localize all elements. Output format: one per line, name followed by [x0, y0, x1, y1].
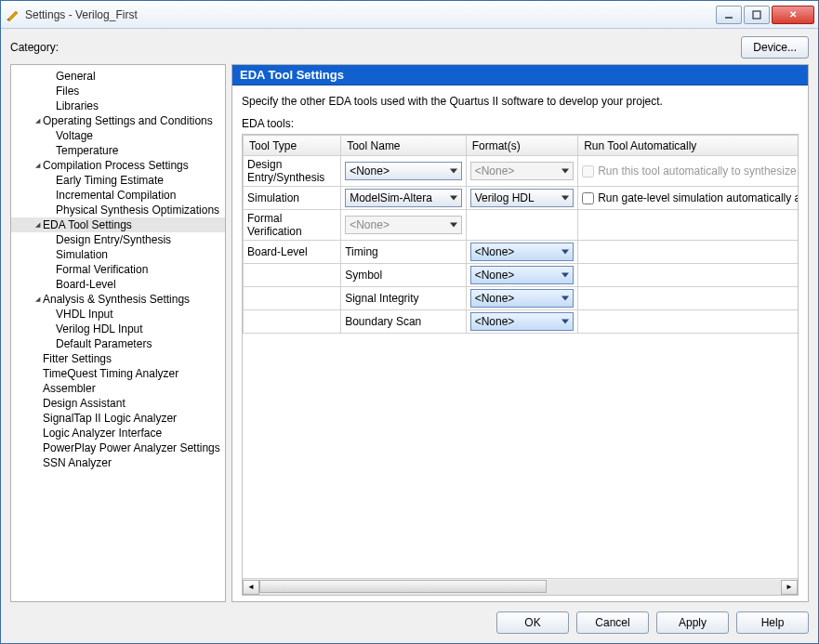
- col-header-run-auto[interactable]: Run Tool Automatically: [578, 136, 798, 156]
- titlebar[interactable]: Settings - Verilog_First: [1, 1, 818, 29]
- panel-body: Specify the other EDA tools used with th…: [232, 85, 808, 601]
- cell-subtype: Signal Integrity: [341, 287, 466, 310]
- tree-item[interactable]: Temperature: [11, 143, 225, 158]
- tree-item[interactable]: Incremental Compilation: [11, 188, 225, 203]
- tree-item[interactable]: Design Entry/Synthesis: [11, 232, 225, 247]
- table-row: Board-Level Timing <None>: [244, 241, 799, 264]
- tree-item[interactable]: ◢EDA Tool Settings: [11, 217, 225, 232]
- tool-name-combo[interactable]: <None>: [345, 162, 461, 180]
- table-row: Signal Integrity <None>: [244, 287, 799, 310]
- cell-tool-type: Formal Verification: [244, 210, 341, 241]
- tree-twisty-icon[interactable]: ◢: [32, 113, 43, 128]
- tree-item[interactable]: Default Parameters: [11, 336, 225, 351]
- col-header-tool-type[interactable]: Tool Type: [244, 136, 341, 156]
- ok-button[interactable]: OK: [496, 611, 569, 634]
- tree-twisty-icon[interactable]: ◢: [32, 217, 43, 232]
- tree-item-label: SSN Analyzer: [43, 455, 112, 470]
- tree-item-label: Formal Verification: [56, 262, 148, 277]
- tree-item[interactable]: TimeQuest Timing Analyzer: [11, 366, 225, 381]
- tree-item-label: Early Timing Estimate: [56, 173, 164, 188]
- tree-item-label: Design Assistant: [43, 396, 125, 411]
- eda-tools-grid: Tool Type Tool Name Format(s) Run Tool A…: [242, 134, 799, 596]
- top-row: Category: Device...: [10, 34, 809, 60]
- maximize-button[interactable]: [744, 6, 770, 24]
- tree-item[interactable]: Logic Analyzer Interface: [11, 426, 225, 440]
- tree-item-label: Verilog HDL Input: [56, 322, 143, 336]
- window-title: Settings - Verilog_First: [25, 8, 716, 21]
- tree-item-label: Files: [56, 84, 79, 99]
- format-combo[interactable]: Verilog HDL: [470, 189, 575, 207]
- svg-rect-1: [753, 11, 760, 19]
- run-auto-checkbox[interactable]: Run gate-level simulation automatically …: [582, 191, 798, 204]
- scroll-right-icon[interactable]: ►: [781, 580, 798, 595]
- tree-item-label: Libraries: [56, 99, 99, 113]
- format-combo[interactable]: <None>: [470, 266, 575, 284]
- col-header-formats[interactable]: Format(s): [466, 136, 578, 156]
- category-label: Category:: [10, 41, 741, 54]
- tree-item[interactable]: VHDL Input: [11, 307, 225, 322]
- cell-tool-type: Design Entry/Synthesis: [244, 156, 341, 187]
- tree-item[interactable]: Simulation: [11, 247, 225, 262]
- tree-item[interactable]: Verilog HDL Input: [11, 322, 225, 336]
- format-combo[interactable]: <None>: [470, 289, 575, 308]
- tree-item[interactable]: ◢Compilation Process Settings: [11, 158, 225, 173]
- tree-item[interactable]: Design Assistant: [11, 396, 225, 411]
- tree-item[interactable]: Physical Synthesis Optimizations: [11, 203, 225, 217]
- eda-tools-label: EDA tools:: [242, 117, 799, 130]
- tree-item-label: Simulation: [56, 247, 108, 262]
- window-body: Category: Device... GeneralFilesLibrarie…: [1, 29, 818, 643]
- cell-tool-type: Simulation: [244, 187, 341, 210]
- cell-tool-type: Board-Level: [244, 241, 341, 264]
- scrollbar-thumb[interactable]: [259, 580, 547, 593]
- tree-item[interactable]: Files: [11, 84, 225, 99]
- window-controls: [716, 6, 814, 24]
- run-auto-checkbox: Run this tool automatically to synthesiz…: [582, 164, 798, 177]
- tree-item-label: TimeQuest Timing Analyzer: [43, 366, 178, 381]
- format-combo: <None>: [470, 162, 575, 180]
- content-area: GeneralFilesLibraries◢Operating Settings…: [10, 64, 809, 602]
- tree-item-label: Board-Level: [56, 277, 116, 292]
- minimize-button[interactable]: [716, 6, 742, 24]
- tool-name-combo: <None>: [345, 216, 461, 234]
- col-header-tool-name[interactable]: Tool Name: [341, 136, 466, 156]
- format-combo[interactable]: <None>: [470, 243, 575, 261]
- tree-twisty-icon[interactable]: ◢: [32, 292, 43, 307]
- tree-item[interactable]: Libraries: [11, 99, 225, 113]
- tree-item[interactable]: Assembler: [11, 381, 225, 396]
- tree-item[interactable]: Board-Level: [11, 277, 225, 292]
- tree-item[interactable]: General: [11, 69, 225, 84]
- horizontal-scrollbar[interactable]: ◄ ►: [243, 578, 798, 595]
- tree-item[interactable]: Formal Verification: [11, 262, 225, 277]
- table-row: Formal Verification <None>: [244, 210, 799, 241]
- close-button[interactable]: [772, 6, 814, 24]
- tree-twisty-icon[interactable]: ◢: [32, 158, 43, 173]
- format-combo[interactable]: <None>: [470, 312, 575, 331]
- cancel-button[interactable]: Cancel: [576, 611, 649, 634]
- help-button[interactable]: Help: [736, 611, 809, 634]
- settings-panel: EDA Tool Settings Specify the other EDA …: [231, 64, 809, 602]
- tree-item-label: Default Parameters: [56, 336, 152, 351]
- tree-item[interactable]: SSN Analyzer: [11, 455, 225, 470]
- tool-name-combo[interactable]: ModelSim-Altera: [345, 189, 461, 207]
- tree-item[interactable]: ◢Operating Settings and Conditions: [11, 113, 225, 128]
- tree-item[interactable]: PowerPlay Power Analyzer Settings: [11, 440, 225, 455]
- tree-item-label: Physical Synthesis Optimizations: [56, 203, 219, 217]
- device-button[interactable]: Device...: [741, 36, 809, 59]
- table-row: Boundary Scan <None>: [244, 310, 799, 334]
- tree-item[interactable]: SignalTap II Logic Analyzer: [11, 411, 225, 426]
- cell-subtype: Timing: [341, 241, 466, 264]
- tree-item[interactable]: Voltage: [11, 128, 225, 143]
- tree-item[interactable]: Early Timing Estimate: [11, 173, 225, 188]
- panel-header: EDA Tool Settings: [232, 65, 808, 85]
- tree-item[interactable]: Fitter Settings: [11, 351, 225, 366]
- category-tree[interactable]: GeneralFilesLibraries◢Operating Settings…: [10, 64, 226, 602]
- cell-subtype: Boundary Scan: [341, 310, 466, 334]
- apply-button[interactable]: Apply: [656, 611, 729, 634]
- tree-item[interactable]: ◢Analysis & Synthesis Settings: [11, 292, 225, 307]
- table-row: Simulation ModelSim-Altera Verilog HDL R…: [244, 187, 799, 210]
- tree-item-label: EDA Tool Settings: [43, 217, 132, 232]
- tree-item-label: Logic Analyzer Interface: [43, 426, 162, 440]
- tree-item-label: Voltage: [56, 128, 93, 143]
- scroll-left-icon[interactable]: ◄: [243, 580, 259, 595]
- tree-item-label: Temperature: [56, 143, 118, 158]
